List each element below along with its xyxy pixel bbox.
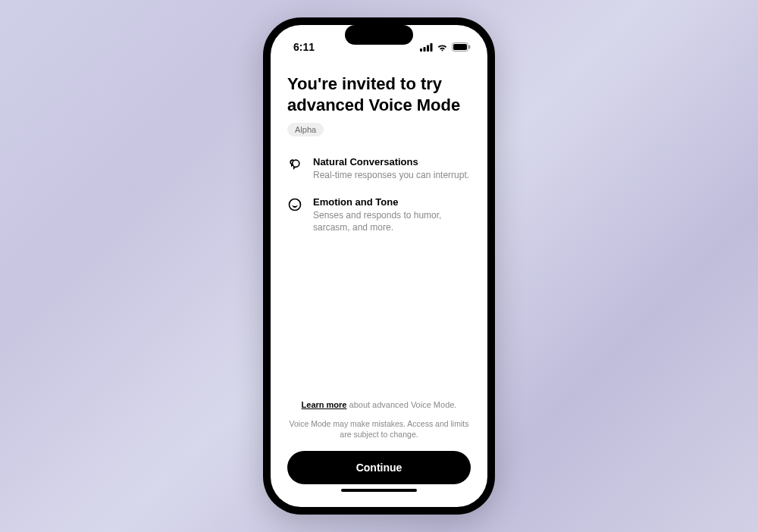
cellular-signal-icon bbox=[420, 43, 433, 52]
feature-text: Emotion and Tone Senses and responds to … bbox=[313, 196, 471, 233]
wifi-icon bbox=[437, 43, 448, 52]
alpha-badge: Alpha bbox=[287, 123, 324, 136]
home-indicator[interactable] bbox=[341, 489, 417, 492]
svg-rect-3 bbox=[431, 43, 433, 52]
onboarding-content: You're invited to try advanced Voice Mod… bbox=[271, 58, 487, 400]
feature-desc: Senses and responds to humor, sarcasm, a… bbox=[313, 209, 471, 233]
phone-frame: 6:11 bbox=[263, 17, 495, 515]
svg-rect-2 bbox=[427, 45, 429, 52]
feature-list: Natural Conversations Real-time response… bbox=[287, 156, 471, 234]
phone-screen: 6:11 bbox=[271, 25, 487, 507]
feature-item: Natural Conversations Real-time response… bbox=[287, 156, 471, 181]
feature-desc: Real-time responses you can interrupt. bbox=[313, 169, 471, 181]
feature-text: Natural Conversations Real-time response… bbox=[313, 156, 471, 181]
disclaimer-text: Voice Mode may make mistakes. Access and… bbox=[287, 418, 471, 440]
dynamic-island bbox=[345, 25, 413, 45]
footer: Learn more about advanced Voice Mode. Vo… bbox=[271, 400, 487, 507]
svg-rect-6 bbox=[469, 45, 471, 49]
feature-title: Emotion and Tone bbox=[313, 196, 471, 208]
battery-icon bbox=[452, 42, 471, 52]
learn-more-link[interactable]: Learn more bbox=[302, 400, 347, 409]
chat-bubbles-icon bbox=[287, 157, 302, 172]
svg-rect-5 bbox=[453, 44, 467, 50]
svg-point-7 bbox=[290, 199, 301, 211]
svg-rect-1 bbox=[424, 47, 426, 52]
feature-item: Emotion and Tone Senses and responds to … bbox=[287, 196, 471, 233]
page-title: You're invited to try advanced Voice Mod… bbox=[287, 74, 471, 115]
learn-more-suffix: about advanced Voice Mode. bbox=[346, 400, 456, 409]
status-icons bbox=[420, 42, 471, 52]
status-time: 6:11 bbox=[293, 41, 315, 53]
continue-button[interactable]: Continue bbox=[287, 451, 471, 484]
svg-rect-0 bbox=[420, 49, 422, 52]
feature-title: Natural Conversations bbox=[313, 156, 471, 167]
learn-more-line: Learn more about advanced Voice Mode. bbox=[287, 400, 471, 409]
smile-face-icon bbox=[287, 197, 302, 212]
